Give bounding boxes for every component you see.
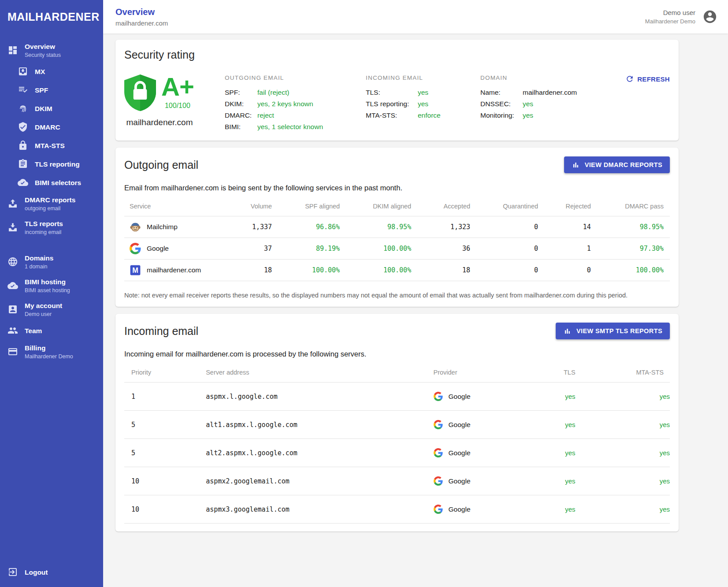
volume-value: 37	[222, 238, 272, 260]
service-name: Google	[147, 245, 169, 253]
priority-value: 10	[124, 467, 206, 495]
sidebar-item-bimi-selectors[interactable]: BIMI selectors	[0, 173, 103, 192]
security-row: MTA-STS: enforce	[366, 110, 480, 121]
security-row-label: DKIM:	[225, 98, 257, 110]
security-row: DNSSEC: yes	[480, 98, 591, 110]
col-dmarc-pass: DMARC pass	[591, 198, 670, 216]
user-org: Mailhardener Demo	[645, 18, 695, 25]
outgoing-card-title: Outgoing email	[124, 159, 198, 171]
security-column-heading: DOMAIN	[480, 74, 591, 81]
sidebar-item-tls-reporting[interactable]: TLS reporting	[0, 155, 103, 173]
security-row-value: yes, 1 selector known	[257, 121, 323, 133]
security-row-label: Monitoring:	[480, 110, 523, 121]
outgoing-email-card: Outgoing email VIEW DMARC REPORTS Email …	[115, 148, 679, 307]
sidebar-item-label: TLS reports	[25, 219, 63, 228]
sidebar-item-dmarc-reports[interactable]: DMARC reports outgoing email	[0, 192, 103, 215]
globe-icon	[7, 256, 18, 267]
security-row: Name: mailhardener.com	[480, 87, 591, 98]
refresh-button[interactable]: REFRESH	[625, 74, 670, 83]
col-quarantined: Quarantined	[470, 198, 538, 216]
provider-name: Google	[449, 505, 471, 513]
google-icon	[434, 392, 443, 401]
security-row: Monitoring: yes	[480, 110, 591, 121]
tray-up-icon	[7, 198, 18, 209]
security-row: DMARC: reject	[225, 110, 366, 121]
sidebar-nav: Overview Security status MX SPF DKIM DMA…	[0, 30, 103, 561]
sidebar-item-spf[interactable]: SPF	[0, 81, 103, 99]
sidebar-item-sublabel: incoming email	[25, 229, 63, 235]
sidebar-item-dkim[interactable]: DKIM	[0, 99, 103, 118]
security-column: OUTGOING EMAIL SPF: fail (reject) DKIM: …	[225, 74, 366, 133]
security-columns: OUTGOING EMAIL SPF: fail (reject) DKIM: …	[225, 74, 625, 133]
view-dmarc-reports-button[interactable]: VIEW DMARC REPORTS	[564, 156, 670, 173]
bar-chart-icon	[563, 327, 572, 335]
sidebar-item-billing[interactable]: Billing Mailhardener Demo	[0, 340, 103, 364]
security-row-label: Name:	[480, 87, 523, 98]
dmarc-pass-value: 97.30%	[591, 238, 670, 260]
quarantined-value: 0	[470, 216, 538, 238]
security-row-value: reject	[257, 110, 274, 121]
incoming-table-header: Priority Server address Provider TLS MTA…	[124, 364, 670, 383]
outgoing-subtitle: Email from mailhardener.com is being sen…	[124, 184, 670, 192]
security-row-value: yes	[523, 98, 533, 110]
server-address-value: aspmx.l.google.com	[206, 383, 433, 411]
mx-inbox-icon	[18, 66, 28, 77]
col-priority: Priority	[124, 364, 206, 383]
accepted-value: 18	[411, 260, 470, 281]
bar-chart-icon	[572, 161, 580, 169]
sidebar-item-sublabel: 1 domain	[25, 264, 53, 270]
quarantined-value: 0	[470, 260, 538, 281]
logout-button[interactable]: Logout	[0, 561, 103, 587]
outgoing-table-header: Service Volume SPF aligned DKIM aligned …	[124, 198, 670, 216]
sidebar-item-mta-sts[interactable]: MTA-STS	[0, 136, 103, 155]
col-mta-sts: MTA-STS	[576, 364, 670, 383]
sidebar-item-mx[interactable]: MX	[0, 62, 103, 81]
sidebar-item-my-account[interactable]: My account Demo user	[0, 297, 103, 321]
google-icon	[434, 420, 443, 429]
sidebar-item-domains[interactable]: Domains 1 domain	[0, 250, 103, 274]
view-smtp-tls-reports-label: VIEW SMTP TLS REPORTS	[576, 327, 662, 334]
page-subtitle: mailhardener.com	[115, 19, 168, 27]
sidebar-item-sublabel: BIMI asset hosting	[25, 287, 70, 294]
security-row-label: BIMI:	[225, 121, 257, 133]
tls-value: yes	[522, 411, 576, 439]
rejected-value: 0	[538, 260, 591, 281]
user-menu[interactable]: Demo user Mailhardener Demo	[645, 9, 717, 25]
mailhardener-icon: M	[130, 264, 141, 276]
tls-value: yes	[522, 383, 576, 411]
refresh-label: REFRESH	[637, 75, 670, 83]
sidebar-item-overview[interactable]: Overview Security status	[0, 38, 103, 62]
dkim-aligned-value: 98.95%	[340, 216, 411, 238]
avatar-icon[interactable]	[702, 9, 717, 24]
logout-icon	[7, 567, 18, 577]
sidebar-item-team[interactable]: Team	[0, 321, 103, 340]
user-text: Demo user Mailhardener Demo	[645, 9, 695, 25]
user-name: Demo user	[645, 9, 695, 16]
service-name: Mailchimp	[147, 223, 178, 231]
accepted-value: 36	[411, 238, 470, 260]
incoming-email-card: Incoming email VIEW SMTP TLS REPORTS Inc…	[115, 314, 679, 531]
security-row-label: TLS reporting:	[366, 98, 418, 110]
provider-name: Google	[449, 449, 471, 457]
account-box-icon	[7, 304, 18, 315]
sidebar-item-tls-reports[interactable]: TLS reports incoming email	[0, 215, 103, 239]
sidebar-item-bimi-hosting[interactable]: BIMI hosting BIMI asset hosting	[0, 274, 103, 297]
spf-aligned-value: 100.00%	[272, 260, 340, 281]
quarantined-value: 0	[470, 238, 538, 260]
col-spf-aligned: SPF aligned	[272, 198, 340, 216]
topbar: Overview mailhardener.com Demo user Mail…	[103, 0, 728, 33]
priority-value: 5	[124, 439, 206, 467]
provider-name: Google	[449, 477, 471, 485]
security-column-heading: INCOMING EMAIL	[366, 74, 480, 81]
view-smtp-tls-reports-button[interactable]: VIEW SMTP TLS REPORTS	[556, 323, 670, 339]
rejected-value: 1	[538, 238, 591, 260]
sidebar-item-label: Overview	[25, 42, 61, 51]
grade-block: A+ 100/100 mailhardener.com	[124, 74, 225, 127]
sidebar-item-dmarc[interactable]: DMARC	[0, 118, 103, 136]
sidebar: MAILHARDENER Overview Security status MX…	[0, 0, 103, 587]
col-tls: TLS	[522, 364, 576, 383]
col-volume: Volume	[222, 198, 272, 216]
google-icon	[434, 476, 443, 486]
spf-aligned-value: 96.86%	[272, 216, 340, 238]
security-card-title: Security rating	[124, 48, 670, 61]
